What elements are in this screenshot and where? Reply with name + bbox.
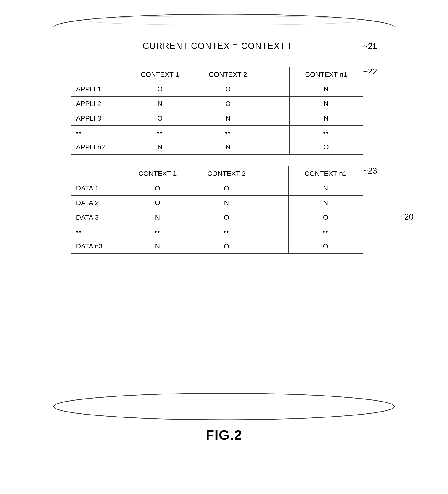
table-row: DATA 1 O O N [71,181,363,196]
datan3-c2: O [192,239,261,254]
data1-cn1: N [288,181,363,196]
header-gap [261,166,288,181]
figure-label: FIG.2 [206,427,242,443]
appli-dots-c2: •• [194,126,262,140]
appli1-c2: O [194,82,262,96]
applin2-c2: N [194,140,262,154]
ref-23-label: ~23 [363,166,377,176]
header-contextn1: CONTEXT n1 [289,67,363,82]
appli-dots-cn1: •• [289,126,363,140]
datan3-cn1: O [288,239,363,254]
header-contextn1: CONTEXT n1 [288,166,363,181]
data-table-wrapper: CONTEXT 1 CONTEXT 2 CONTEXT n1 DATA 1 O … [71,166,363,254]
appli1-c1: O [126,82,194,96]
data-dots-cn1: •• [288,225,363,239]
header-context2: CONTEXT 2 [192,166,261,181]
current-context-text: CURRENT CONTEX = CONTEXT I [143,41,291,51]
cylinder-content: CURRENT CONTEX = CONTEXT I ~21 CONTEXT 1… [71,32,377,402]
cylinder-diagram: CURRENT CONTEX = CONTEXT I ~21 CONTEXT 1… [53,14,395,420]
table-row: DATA 2 O N N [71,196,363,210]
header-context1: CONTEXT 1 [123,166,192,181]
appli3-c1: O [126,111,194,126]
datan3-c1: N [123,239,192,254]
appli2-cn1: N [289,96,363,111]
current-context-box: CURRENT CONTEX = CONTEXT I [71,37,363,55]
data1-c2: O [192,181,261,196]
table-row: APPLI n2 N N O [71,140,363,154]
data-dots-label: •• [71,225,123,239]
datan3-label: DATA n3 [71,239,123,254]
appli1-gap [262,82,289,96]
data-dots-c2: •• [192,225,261,239]
data2-c1: O [123,196,192,210]
applin2-cn1: O [289,140,363,154]
data3-label: DATA 3 [71,210,123,225]
current-context-section: CURRENT CONTEX = CONTEXT I ~21 [71,37,377,55]
table-row: APPLI 3 O N N [71,111,363,126]
appli-dots-label: •• [71,126,126,140]
page: CURRENT CONTEX = CONTEXT I ~21 CONTEXT 1… [0,0,448,494]
data-table: CONTEXT 1 CONTEXT 2 CONTEXT n1 DATA 1 O … [71,166,363,254]
datan3-gap [261,239,288,254]
header-context2: CONTEXT 2 [194,67,262,82]
appli-dots-c1: •• [126,126,194,140]
appli-table-wrapper: CONTEXT 1 CONTEXT 2 CONTEXT n1 APPLI 1 O… [71,67,363,155]
header-context1: CONTEXT 1 [126,67,194,82]
data1-gap [261,181,288,196]
appli2-c2: O [194,96,262,111]
data2-label: DATA 2 [71,196,123,210]
appli-table-section: CONTEXT 1 CONTEXT 2 CONTEXT n1 APPLI 1 O… [71,67,377,155]
table-header-row: CONTEXT 1 CONTEXT 2 CONTEXT n1 [71,67,363,82]
appli2-c1: N [126,96,194,111]
table-header-row: CONTEXT 1 CONTEXT 2 CONTEXT n1 [71,166,363,181]
applin2-gap [262,140,289,154]
appli1-cn1: N [289,82,363,96]
data3-gap [261,210,288,225]
data1-label: DATA 1 [71,181,123,196]
header-empty [71,166,123,181]
ref-22-label: ~22 [363,67,377,76]
header-gap [262,67,289,82]
data-dots-gap [261,225,288,239]
applin2-label: APPLI n2 [71,140,126,154]
table-row-dots: •• •• •• •• [71,126,363,140]
data-dots-c1: •• [123,225,192,239]
data3-c2: O [192,210,261,225]
appli3-c2: N [194,111,262,126]
appli2-label: APPLI 2 [71,96,126,111]
appli3-label: APPLI 3 [71,111,126,126]
table-row: APPLI 2 N O N [71,96,363,111]
appli3-gap [262,111,289,126]
appli-dots-gap [262,126,289,140]
appli2-gap [262,96,289,111]
table-row: DATA n3 N O O [71,239,363,254]
header-empty [71,67,126,82]
data-table-section: CONTEXT 1 CONTEXT 2 CONTEXT n1 DATA 1 O … [71,166,377,254]
table-row: APPLI 1 O O N [71,82,363,96]
applin2-c1: N [126,140,194,154]
data2-cn1: N [288,196,363,210]
appli3-cn1: N [289,111,363,126]
data1-c1: O [123,181,192,196]
appli1-label: APPLI 1 [71,82,126,96]
ref-21-label: ~21 [363,41,377,51]
data3-c1: N [123,210,192,225]
ref-20-label: ~20 [400,212,413,222]
data2-c2: N [192,196,261,210]
table-row-dots: •• •• •• •• [71,225,363,239]
table-row: DATA 3 N O O [71,210,363,225]
appli-table: CONTEXT 1 CONTEXT 2 CONTEXT n1 APPLI 1 O… [71,67,363,155]
data3-cn1: O [288,210,363,225]
data2-gap [261,196,288,210]
